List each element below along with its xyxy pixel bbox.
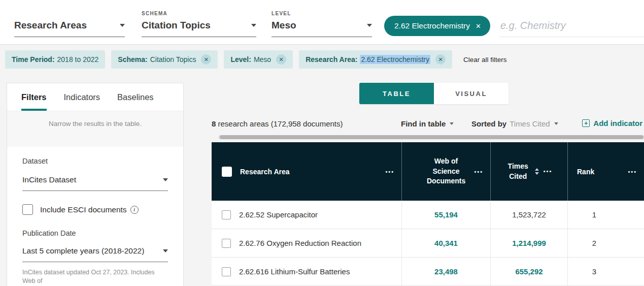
times-cited-value: 1,523,722 <box>490 201 567 229</box>
level-dropdown[interactable]: LEVEL Meso <box>272 11 372 37</box>
level-dropdown-value: Meso <box>272 20 296 31</box>
dataset-label: Dataset <box>22 157 168 165</box>
chip-value-highlighted: 2.62 Electrochemistry <box>360 55 430 64</box>
table-view-button[interactable]: TABLE <box>359 83 434 104</box>
times-cited-value[interactable]: 1,214,999 <box>490 229 567 257</box>
selected-research-area-label: 2.62 Electrochemistry <box>394 21 470 30</box>
tab-baselines[interactable]: Baselines <box>117 92 154 111</box>
rank-value: 1 <box>567 201 644 229</box>
column-header-wos-documents[interactable]: Web of Science Documents ••• <box>401 142 490 201</box>
rank-value: 3 <box>567 258 644 285</box>
table-header: Research Area ••• Web of Science Documen… <box>212 142 644 201</box>
find-in-table-button[interactable]: Find in table <box>401 119 454 128</box>
esci-label: Include ESCI documents i <box>40 205 139 214</box>
table-row[interactable]: 2.62.52 Supercapacitor 55,194 1,523,722 … <box>212 201 644 229</box>
dataset-update-note: InCites dataset updated Oct 27, 2023. In… <box>22 268 168 285</box>
top-bar: Research Areas SCHEMA Citation Topics LE… <box>0 0 644 45</box>
entity-type-value: Research Areas <box>14 20 87 31</box>
filters-panel: Filters Indicators Baselines Narrow the … <box>7 83 184 286</box>
research-area-searchbox: 2.62 Electrochemistry ✕ <box>384 16 644 37</box>
column-header-rank[interactable]: Rank ••• <box>567 142 644 201</box>
publication-date-label: Publication Date <box>22 229 168 237</box>
dataset-select[interactable]: InCites Dataset <box>22 175 168 191</box>
active-filters-row: Time Period: 2018 to 2022 Schema: Citati… <box>5 50 644 69</box>
column-header-times-cited[interactable]: Times Cited ••• <box>490 142 567 201</box>
wos-documents-value[interactable]: 40,341 <box>401 229 490 257</box>
column-menu-icon[interactable]: ••• <box>628 169 637 174</box>
column-menu-icon[interactable]: ••• <box>544 169 553 174</box>
chip-value: Meso <box>254 55 271 63</box>
column-header-research-area[interactable]: Research Area ••• <box>212 142 401 201</box>
column-menu-icon[interactable]: ••• <box>474 169 483 174</box>
sort-icon[interactable] <box>535 168 539 175</box>
chip-research-area[interactable]: Research Area: 2.62 Electrochemistry ✕ <box>299 50 452 69</box>
tab-filters[interactable]: Filters <box>21 92 47 111</box>
table-row[interactable]: 2.62.76 Oxygen Reduction Reaction 40,341… <box>212 229 644 258</box>
level-dropdown-label: LEVEL <box>272 11 372 16</box>
tab-indicators[interactable]: Indicators <box>64 92 100 111</box>
chevron-down-icon <box>163 249 168 252</box>
row-checkbox[interactable] <box>222 239 231 248</box>
chip-value: Citation Topics <box>150 55 196 63</box>
info-icon[interactable]: i <box>130 206 139 214</box>
chevron-down-icon <box>450 122 454 125</box>
horizontal-scrollbar[interactable] <box>218 135 644 139</box>
chevron-down-icon <box>163 178 168 181</box>
times-cited-value[interactable]: 655,292 <box>490 258 567 285</box>
view-toggle: TABLE VISUAL <box>359 83 509 104</box>
add-indicator-button[interactable]: + Add indicator <box>582 119 642 128</box>
chevron-down-icon <box>554 122 558 125</box>
table-controls-row: 8 research areas (172,958 documents) Fin… <box>212 118 644 131</box>
wos-documents-value[interactable]: 23,498 <box>401 258 490 285</box>
esci-checkbox[interactable] <box>22 204 33 215</box>
esci-option: Include ESCI documents i <box>22 204 168 215</box>
chip-label: Schema: <box>118 55 147 63</box>
sorted-by-value: Times Cited <box>510 119 550 128</box>
research-area-name: 2.62.616 Lithium-Sulfur Batteries <box>239 267 350 276</box>
chip-label: Research Area: <box>306 55 357 63</box>
chevron-down-icon <box>120 24 125 27</box>
remove-pill-icon[interactable]: ✕ <box>476 22 481 30</box>
chevron-down-icon <box>367 24 372 27</box>
sorted-by-dropdown[interactable]: Sorted by Times Cited <box>471 119 558 128</box>
remove-chip-icon[interactable]: ✕ <box>276 54 286 65</box>
table-row[interactable]: 2.62.616 Lithium-Sulfur Batteries 23,498… <box>212 258 644 286</box>
row-checkbox[interactable] <box>222 210 231 219</box>
wos-documents-value[interactable]: 55,194 <box>401 201 490 229</box>
panel-tabs: Filters Indicators Baselines <box>7 83 183 111</box>
schema-dropdown[interactable]: SCHEMA Citation Topics <box>142 11 256 37</box>
row-checkbox[interactable] <box>222 267 231 276</box>
chip-label: Level: <box>230 55 251 63</box>
chip-level[interactable]: Level: Meso ✕ <box>224 50 293 69</box>
research-area-name: 2.62.76 Oxygen Reduction Reaction <box>239 239 361 247</box>
publication-date-select[interactable]: Last 5 complete years (2018-2022) <box>22 246 168 262</box>
entity-type-dropdown[interactable]: Research Areas <box>14 20 125 37</box>
scrollbar-thumb[interactable] <box>220 135 643 139</box>
results-summary: 8 research areas (172,958 documents) <box>212 119 343 128</box>
plus-square-icon: + <box>582 119 590 127</box>
panel-body: Dataset InCites Dataset Include ESCI doc… <box>7 157 183 285</box>
results-table: Research Area ••• Web of Science Documen… <box>212 142 644 286</box>
chevron-down-icon <box>251 24 256 27</box>
research-area-name: 2.62.52 Supercapacitor <box>239 210 318 219</box>
visual-view-button[interactable]: VISUAL <box>434 83 509 104</box>
selected-research-area-pill[interactable]: 2.62 Electrochemistry ✕ <box>384 16 490 36</box>
schema-dropdown-value: Citation Topics <box>142 20 211 31</box>
schema-dropdown-label: SCHEMA <box>142 11 256 16</box>
publication-date-value: Last 5 complete years (2018-2022) <box>22 246 144 256</box>
panel-hint-text: Narrow the results in the table. <box>7 111 183 147</box>
search-input[interactable] <box>499 20 644 37</box>
rank-value: 2 <box>567 229 644 257</box>
select-all-checkbox[interactable] <box>222 167 232 177</box>
incites-app: Research Areas SCHEMA Citation Topics LE… <box>0 0 644 286</box>
column-menu-icon[interactable]: ••• <box>385 169 394 174</box>
dataset-select-value: InCites Dataset <box>22 175 76 184</box>
chip-value: 2018 to 2022 <box>57 55 99 63</box>
chip-label: Time Period: <box>12 55 55 63</box>
remove-chip-icon[interactable]: ✕ <box>435 54 446 65</box>
remove-chip-icon[interactable]: ✕ <box>201 54 211 65</box>
clear-all-filters-button[interactable]: Clear all filters <box>463 56 507 63</box>
chip-time-period[interactable]: Time Period: 2018 to 2022 <box>5 50 105 69</box>
chip-schema[interactable]: Schema: Citation Topics ✕ <box>111 50 218 69</box>
